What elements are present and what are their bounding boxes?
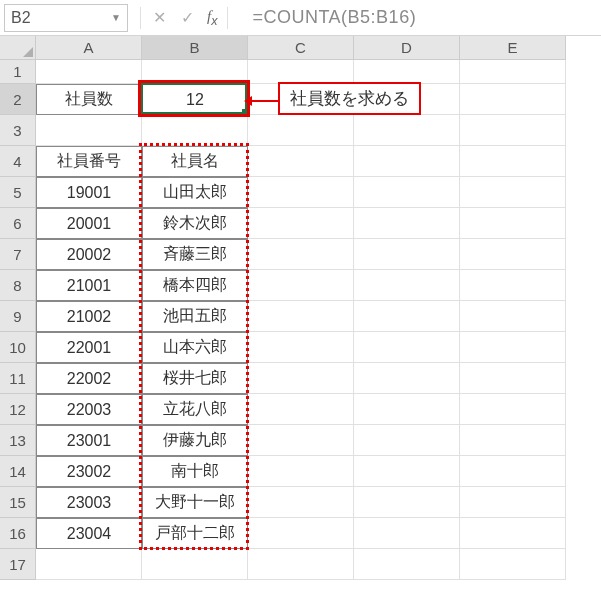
name-box-dropdown-icon[interactable]: ▼ — [111, 12, 121, 23]
cell-D5[interactable] — [354, 177, 460, 208]
row-header-10[interactable]: 10 — [0, 332, 36, 363]
cell-A7[interactable]: 20002 — [36, 239, 142, 270]
cell-C10[interactable] — [248, 332, 354, 363]
column-header-A[interactable]: A — [36, 36, 142, 60]
cell-E4[interactable] — [460, 146, 566, 177]
cell-E15[interactable] — [460, 487, 566, 518]
cell-A1[interactable] — [36, 60, 142, 84]
column-header-D[interactable]: D — [354, 36, 460, 60]
row-header-15[interactable]: 15 — [0, 487, 36, 518]
row-header-4[interactable]: 4 — [0, 146, 36, 177]
cell-B17[interactable] — [142, 549, 248, 580]
cell-C9[interactable] — [248, 301, 354, 332]
row-header-14[interactable]: 14 — [0, 456, 36, 487]
cell-A4[interactable]: 社員番号 — [36, 146, 142, 177]
cell-E12[interactable] — [460, 394, 566, 425]
cell-E3[interactable] — [460, 115, 566, 146]
cell-E2[interactable] — [460, 84, 566, 115]
cell-E13[interactable] — [460, 425, 566, 456]
cell-C1[interactable] — [248, 60, 354, 84]
cell-C15[interactable] — [248, 487, 354, 518]
row-header-17[interactable]: 17 — [0, 549, 36, 580]
cell-D12[interactable] — [354, 394, 460, 425]
cell-B12[interactable]: 立花八郎 — [142, 394, 248, 425]
cell-C16[interactable] — [248, 518, 354, 549]
cell-C7[interactable] — [248, 239, 354, 270]
cell-B15[interactable]: 大野十一郎 — [142, 487, 248, 518]
cell-B13[interactable]: 伊藤九郎 — [142, 425, 248, 456]
cell-E16[interactable] — [460, 518, 566, 549]
cell-D4[interactable] — [354, 146, 460, 177]
cell-C4[interactable] — [248, 146, 354, 177]
fx-icon[interactable]: fx — [207, 8, 217, 28]
cell-A15[interactable]: 23003 — [36, 487, 142, 518]
cell-D9[interactable] — [354, 301, 460, 332]
cell-C13[interactable] — [248, 425, 354, 456]
cell-A11[interactable]: 22002 — [36, 363, 142, 394]
cell-E5[interactable] — [460, 177, 566, 208]
column-header-C[interactable]: C — [248, 36, 354, 60]
cell-D7[interactable] — [354, 239, 460, 270]
cell-D6[interactable] — [354, 208, 460, 239]
cell-E7[interactable] — [460, 239, 566, 270]
cancel-icon[interactable]: ✕ — [145, 4, 173, 32]
name-box[interactable]: B2 ▼ — [4, 4, 128, 32]
cell-A9[interactable]: 21002 — [36, 301, 142, 332]
cell-C11[interactable] — [248, 363, 354, 394]
cell-A2[interactable]: 社員数 — [36, 84, 142, 115]
cell-D1[interactable] — [354, 60, 460, 84]
row-header-8[interactable]: 8 — [0, 270, 36, 301]
cell-C12[interactable] — [248, 394, 354, 425]
cell-D8[interactable] — [354, 270, 460, 301]
cell-A16[interactable]: 23004 — [36, 518, 142, 549]
row-header-6[interactable]: 6 — [0, 208, 36, 239]
cell-D15[interactable] — [354, 487, 460, 518]
cell-C17[interactable] — [248, 549, 354, 580]
cell-C14[interactable] — [248, 456, 354, 487]
cell-B10[interactable]: 山本六郎 — [142, 332, 248, 363]
row-header-16[interactable]: 16 — [0, 518, 36, 549]
cell-B16[interactable]: 戸部十二郎 — [142, 518, 248, 549]
cells-area[interactable]: 社員数12社員番号社員名19001山田太郎20001鈴木次郎20002斉藤三郎2… — [36, 60, 566, 608]
cell-D14[interactable] — [354, 456, 460, 487]
cell-A3[interactable] — [36, 115, 142, 146]
row-header-9[interactable]: 9 — [0, 301, 36, 332]
cell-B5[interactable]: 山田太郎 — [142, 177, 248, 208]
cell-A14[interactable]: 23002 — [36, 456, 142, 487]
row-header-11[interactable]: 11 — [0, 363, 36, 394]
cell-D16[interactable] — [354, 518, 460, 549]
cell-D10[interactable] — [354, 332, 460, 363]
cell-D13[interactable] — [354, 425, 460, 456]
cell-B4[interactable]: 社員名 — [142, 146, 248, 177]
cell-E8[interactable] — [460, 270, 566, 301]
cell-E11[interactable] — [460, 363, 566, 394]
cell-B7[interactable]: 斉藤三郎 — [142, 239, 248, 270]
cell-B11[interactable]: 桜井七郎 — [142, 363, 248, 394]
cell-E1[interactable] — [460, 60, 566, 84]
cell-A17[interactable] — [36, 549, 142, 580]
cell-B2[interactable]: 12 — [142, 84, 248, 115]
cell-D11[interactable] — [354, 363, 460, 394]
row-header-3[interactable]: 3 — [0, 115, 36, 146]
cell-E6[interactable] — [460, 208, 566, 239]
row-header-1[interactable]: 1 — [0, 60, 36, 84]
cell-B14[interactable]: 南十郎 — [142, 456, 248, 487]
cell-A10[interactable]: 22001 — [36, 332, 142, 363]
cell-E14[interactable] — [460, 456, 566, 487]
cell-E17[interactable] — [460, 549, 566, 580]
cell-B8[interactable]: 橋本四郎 — [142, 270, 248, 301]
cell-A8[interactable]: 21001 — [36, 270, 142, 301]
cell-A6[interactable]: 20001 — [36, 208, 142, 239]
cell-A12[interactable]: 22003 — [36, 394, 142, 425]
confirm-icon[interactable]: ✓ — [173, 4, 201, 32]
column-header-B[interactable]: B — [142, 36, 248, 60]
formula-input[interactable]: =COUNTA(B5:B16) — [252, 7, 416, 28]
cell-D17[interactable] — [354, 549, 460, 580]
cell-A13[interactable]: 23001 — [36, 425, 142, 456]
cell-C5[interactable] — [248, 177, 354, 208]
cell-E10[interactable] — [460, 332, 566, 363]
cell-B3[interactable] — [142, 115, 248, 146]
cell-C6[interactable] — [248, 208, 354, 239]
cell-A5[interactable]: 19001 — [36, 177, 142, 208]
row-header-12[interactable]: 12 — [0, 394, 36, 425]
